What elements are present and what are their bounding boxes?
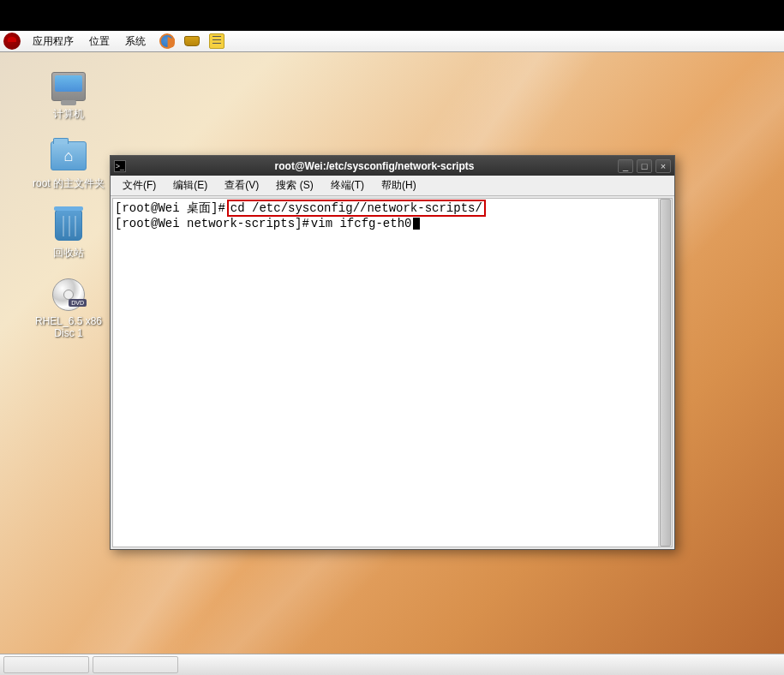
notes-launcher[interactable]: [206, 32, 227, 51]
taskbar-entry[interactable]: [93, 656, 178, 673]
firefox-icon: [159, 33, 175, 49]
home-folder-icon: [51, 141, 87, 170]
menu-applications[interactable]: 应用程序: [26, 33, 81, 51]
terminal-output[interactable]: [root@Wei 桌面]# cd /etc/sysconfig//networ…: [113, 199, 658, 547]
terminal-scrollbar[interactable]: [658, 199, 672, 547]
top-black-bar: [0, 0, 784, 31]
term-menu-view[interactable]: 查看(V): [216, 176, 267, 195]
desktop-icon-trash[interactable]: 回收站: [48, 208, 89, 260]
desktop-icon-computer[interactable]: 计算机: [48, 69, 89, 122]
terminal-titlebar-icon: >_: [114, 160, 126, 172]
menu-places[interactable]: 位置: [82, 33, 117, 51]
app-launcher-2[interactable]: [182, 32, 202, 51]
desktop-icon-label: RHEL_6.5 x86 Disc 1: [35, 315, 102, 339]
scrollbar-thumb[interactable]: [660, 199, 671, 547]
cursor-icon: [413, 218, 420, 230]
terminal-menubar: 文件(F) 编辑(E) 查看(V) 搜索 (S) 终端(T) 帮助(H): [111, 176, 674, 196]
desktop-icons-column: 计算机 root 的主文件夹 回收站 RHEL_6.5 x86 Disc 1: [26, 69, 111, 339]
maximize-button[interactable]: □: [637, 159, 652, 173]
redhat-logo-icon[interactable]: [3, 33, 21, 50]
terminal-body-wrap: [root@Wei 桌面]# cd /etc/sysconfig//networ…: [112, 198, 673, 547]
trash-icon: [55, 210, 82, 241]
minimize-button[interactable]: _: [618, 159, 633, 173]
top-menubar: 应用程序 位置 系统: [0, 31, 784, 52]
terminal-line-1: [root@Wei 桌面]# cd /etc/sysconfig//networ…: [115, 200, 656, 217]
term-menu-edit[interactable]: 编辑(E): [165, 176, 216, 195]
window-controls: _ □ ×: [618, 159, 671, 173]
computer-icon: [51, 72, 86, 101]
term-menu-search[interactable]: 搜索 (S): [267, 176, 321, 195]
terminal-line-2: [root@Wei network-scripts]# vim ifcfg-et…: [115, 217, 656, 230]
close-button[interactable]: ×: [655, 159, 671, 173]
prompt: [root@Wei 桌面]#: [115, 201, 225, 215]
command-text: vim ifcfg-eth0: [311, 217, 412, 230]
term-menu-file[interactable]: 文件(F): [114, 176, 165, 195]
taskbar-entry[interactable]: [3, 656, 89, 673]
dvd-icon: [52, 278, 85, 311]
package-icon: [184, 36, 200, 46]
prompt: [root@Wei network-scripts]#: [115, 217, 309, 230]
terminal-title-text: root@Wei:/etc/sysconfig/network-scripts: [131, 160, 618, 172]
terminal-window: >_ root@Wei:/etc/sysconfig/network-scrip…: [110, 155, 675, 550]
desktop-icon-dvd[interactable]: RHEL_6.5 x86 Disc 1: [35, 278, 102, 339]
bottom-taskbar: [0, 654, 784, 675]
term-menu-help[interactable]: 帮助(H): [373, 176, 425, 195]
menu-system[interactable]: 系统: [118, 33, 153, 51]
terminal-titlebar[interactable]: >_ root@Wei:/etc/sysconfig/network-scrip…: [111, 156, 674, 176]
desktop-icon-label: 计算机: [53, 107, 84, 122]
desktop-background[interactable]: 计算机 root 的主文件夹 回收站 RHEL_6.5 x86 Disc 1 >…: [0, 52, 784, 654]
firefox-launcher[interactable]: [157, 32, 177, 51]
desktop-icon-label: root 的主文件夹: [33, 176, 105, 191]
desktop-icon-label: 回收站: [53, 246, 84, 260]
notes-icon: [209, 33, 224, 49]
highlighted-command: cd /etc/sysconfig//network-scripts/: [227, 200, 486, 217]
term-menu-terminal[interactable]: 终端(T): [322, 176, 373, 195]
desktop-icon-home[interactable]: root 的主文件夹: [33, 139, 105, 191]
